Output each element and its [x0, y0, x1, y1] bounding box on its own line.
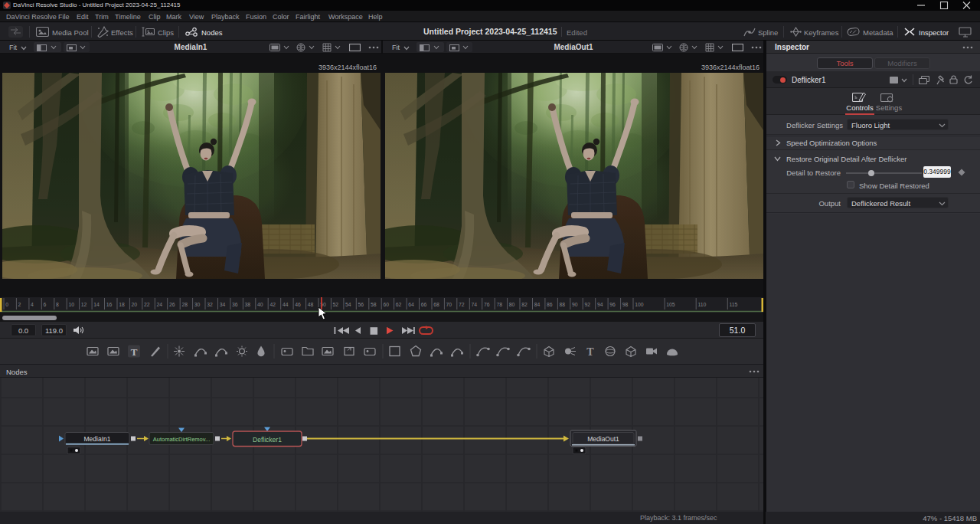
svg-text:26: 26: [169, 302, 175, 307]
svg-text:46: 46: [295, 302, 301, 307]
svg-text:105: 105: [666, 302, 675, 307]
svg-text:32: 32: [207, 302, 213, 307]
svg-text:74: 74: [472, 302, 478, 307]
svg-text:54: 54: [345, 302, 351, 307]
svg-text:84: 84: [534, 302, 541, 307]
svg-text:4: 4: [31, 302, 34, 307]
svg-text:64: 64: [408, 302, 414, 307]
svg-text:18: 18: [119, 302, 125, 307]
svg-text:44: 44: [283, 302, 289, 307]
svg-text:10: 10: [68, 302, 74, 307]
svg-text:62: 62: [396, 302, 402, 307]
svg-text:Deflicker1: Deflicker1: [253, 436, 282, 444]
svg-text:76: 76: [484, 302, 490, 307]
svg-text:86: 86: [547, 302, 553, 307]
svg-text:20: 20: [132, 302, 138, 307]
svg-text:56: 56: [358, 302, 364, 307]
svg-text:72: 72: [459, 302, 465, 307]
svg-text:98: 98: [622, 302, 629, 307]
svg-text:80: 80: [509, 302, 515, 307]
svg-text:68: 68: [433, 302, 439, 307]
svg-text:40: 40: [257, 302, 263, 307]
svg-text:0: 0: [5, 302, 8, 307]
svg-text:36: 36: [232, 302, 238, 307]
svg-text:8: 8: [56, 302, 59, 307]
svg-text:12: 12: [81, 302, 87, 307]
svg-text:92: 92: [584, 302, 590, 307]
svg-text:16: 16: [106, 302, 113, 307]
svg-text:6: 6: [44, 302, 47, 307]
svg-text:30: 30: [194, 302, 201, 307]
svg-text:58: 58: [371, 302, 377, 307]
svg-text:48: 48: [308, 302, 314, 307]
svg-text:MediaIn1: MediaIn1: [84, 435, 111, 443]
svg-text:60: 60: [383, 302, 389, 307]
svg-text:100: 100: [635, 302, 644, 307]
svg-text:115: 115: [730, 302, 738, 307]
svg-text:34: 34: [220, 302, 226, 307]
svg-text:96: 96: [609, 302, 616, 307]
svg-text:28: 28: [181, 302, 188, 307]
svg-text:42: 42: [270, 302, 276, 307]
svg-text:66: 66: [421, 302, 427, 307]
svg-text:38: 38: [245, 302, 251, 307]
svg-text:AutomaticDirtRemov...: AutomaticDirtRemov...: [153, 436, 210, 443]
svg-text:78: 78: [496, 302, 502, 307]
svg-text:90: 90: [572, 302, 578, 307]
svg-text:2: 2: [18, 302, 21, 307]
svg-text:T: T: [131, 346, 138, 358]
svg-text:88: 88: [560, 302, 566, 307]
svg-text:82: 82: [521, 302, 528, 307]
svg-text:MediaOut1: MediaOut1: [587, 435, 619, 443]
svg-text:T: T: [586, 346, 594, 358]
svg-text:94: 94: [597, 302, 603, 307]
svg-text:52: 52: [333, 302, 339, 307]
svg-text:70: 70: [446, 302, 452, 307]
svg-text:24: 24: [157, 302, 163, 307]
svg-text:110: 110: [697, 302, 706, 307]
svg-text:22: 22: [144, 302, 150, 307]
svg-text:14: 14: [93, 302, 100, 307]
